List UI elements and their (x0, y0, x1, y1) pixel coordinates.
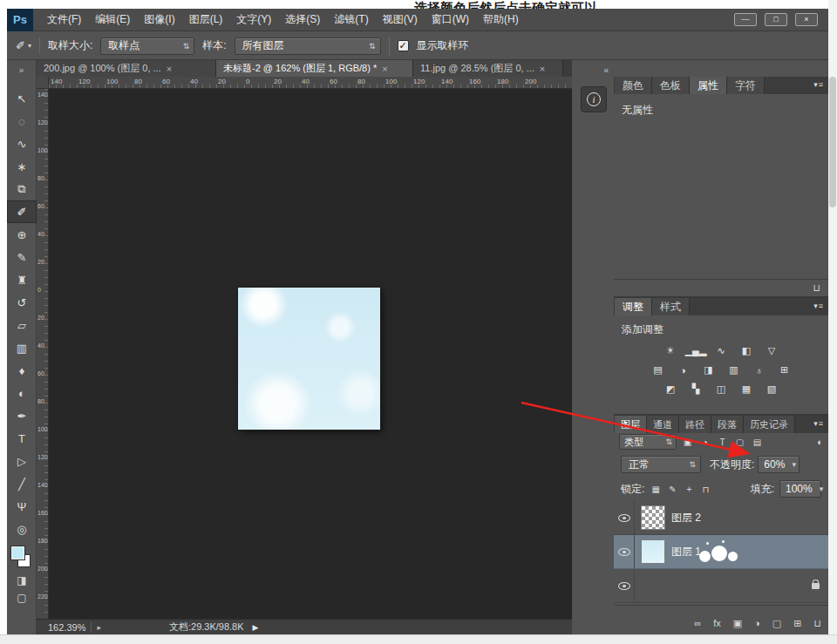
photo-filter-icon[interactable]: ▥ (724, 363, 745, 377)
zoom-level-field[interactable]: 162.39% (48, 622, 85, 633)
panel-menu-icon[interactable]: ▾≡ (813, 419, 824, 428)
scrollbar-thumb[interactable] (829, 77, 836, 207)
pen-tool[interactable]: ✒ (7, 404, 37, 427)
link-layers-icon[interactable]: ∞ (694, 618, 701, 629)
path-selection-tool[interactable]: ▷ (7, 450, 37, 472)
layer-row-background[interactable] (614, 569, 828, 603)
horizontal-ruler[interactable]: 1401201008060402002040608010012014016018… (49, 77, 572, 89)
tab-swatches[interactable]: 色板 (652, 77, 690, 94)
selective-color-icon[interactable]: ▧ (761, 382, 782, 397)
tab-channels[interactable]: 通道 (647, 416, 679, 433)
lock-pixels-icon[interactable]: ✎ (665, 483, 679, 496)
doc-tab-untitled2[interactable]: 未标题-2 @ 162% (图层 1, RGB/8) * × (216, 60, 413, 77)
menu-filter[interactable]: 滤镜(T) (327, 10, 375, 30)
close-button[interactable]: × (795, 13, 818, 26)
black-white-icon[interactable]: ◨ (698, 363, 719, 377)
posterize-icon[interactable]: ▚ (685, 382, 706, 397)
layer-thumbnail[interactable] (641, 539, 665, 564)
type-tool[interactable]: T (7, 427, 37, 450)
tool-preset-picker[interactable]: ✐ ▾ (14, 37, 40, 54)
exposure-icon[interactable]: ◧ (736, 343, 757, 358)
panel-menu-icon[interactable]: ▾≡ (813, 302, 824, 310)
new-layer-icon[interactable]: ⊞ (793, 618, 801, 629)
menu-edit[interactable]: 编辑(E) (88, 10, 137, 30)
blend-mode-select[interactable]: 正常 ⇅ (621, 456, 701, 473)
canvas-area[interactable] (49, 89, 572, 619)
levels-icon[interactable]: ▁▄▂ (685, 343, 706, 358)
gradient-map-icon[interactable]: ▦ (736, 382, 757, 397)
visibility-eye-icon[interactable] (618, 514, 630, 522)
layer-mask-icon[interactable]: ▣ (733, 618, 742, 629)
doc-tab-11jpg[interactable]: 11.jpg @ 28.5% (图层 0, ... × (413, 60, 563, 77)
visibility-eye-icon[interactable] (618, 582, 630, 590)
menu-select[interactable]: 选择(S) (278, 10, 327, 30)
doc-tab-200jpg[interactable]: 200.jpg @ 100% (图层 0, ... × (37, 60, 216, 77)
marquee-tool[interactable]: ◌ (7, 110, 37, 132)
menu-image[interactable]: 图像(I) (137, 10, 181, 30)
tab-history[interactable]: 历史记录 (744, 416, 795, 433)
smart-object-filter-icon[interactable]: ▤ (750, 435, 765, 449)
type-layer-filter-icon[interactable]: T (715, 435, 730, 449)
close-icon[interactable]: × (540, 64, 545, 74)
lock-transparency-icon[interactable]: ▦ (649, 483, 663, 496)
layer-filter-toggle-icon[interactable]: ◐ (817, 437, 823, 447)
layer-filter-kind-select[interactable]: 类型 ⇅ (619, 434, 677, 450)
close-icon[interactable]: × (167, 64, 172, 74)
vertical-ruler[interactable]: 1401201008060402002040608010012014016018… (37, 89, 49, 619)
menu-help[interactable]: 帮助(H) (476, 10, 526, 30)
lock-all-icon[interactable]: ⊓ (698, 483, 712, 496)
screen-mode-button[interactable]: ▢ (7, 589, 37, 607)
new-adjustment-layer-icon[interactable]: ◑ (754, 618, 760, 629)
gradient-tool[interactable]: ▥ (7, 336, 37, 359)
tab-layers[interactable]: 图层 (615, 416, 647, 433)
shape-layer-filter-icon[interactable]: ▢ (732, 435, 747, 449)
info-panel-button[interactable]: i (581, 86, 607, 112)
invert-icon[interactable]: ◩ (660, 382, 681, 397)
sample-select[interactable]: 所有图层 ⇅ (235, 37, 381, 55)
clone-stamp-tool[interactable]: ♜ (7, 268, 37, 291)
zoom-tool[interactable]: ◎ (7, 518, 37, 540)
color-lookup-icon[interactable]: ⊞ (774, 363, 795, 377)
menu-type[interactable]: 文字(Y) (229, 10, 278, 30)
pixel-layer-filter-icon[interactable]: ▣ (680, 435, 695, 449)
menu-window[interactable]: 窗口(W) (425, 10, 476, 30)
visibility-eye-icon[interactable] (618, 548, 630, 556)
blur-tool[interactable]: ♦ (7, 359, 37, 382)
color-swatches[interactable] (7, 544, 37, 572)
hand-tool[interactable]: Ψ (7, 495, 37, 518)
status-expand-icon[interactable]: ▸ (97, 623, 101, 632)
tab-character[interactable]: 字符 (727, 77, 765, 94)
toolbar-collapse-icon[interactable]: » (7, 65, 36, 75)
layer-row-2[interactable]: 图层 2 (614, 501, 828, 535)
tab-adjustments[interactable]: 调整 (615, 298, 652, 315)
new-group-icon[interactable]: ▢ (772, 618, 781, 629)
shape-tool[interactable]: ╱ (7, 472, 37, 495)
quick-selection-tool[interactable]: ∗ (7, 155, 37, 178)
vibrance-icon[interactable]: ▽ (761, 343, 782, 358)
tab-paragraph[interactable]: 段落 (711, 416, 744, 433)
tab-paths[interactable]: 路径 (679, 416, 711, 433)
crop-tool[interactable]: ⧉ (7, 178, 37, 200)
close-icon[interactable]: × (382, 64, 387, 74)
move-tool[interactable]: ↖ (7, 87, 37, 110)
healing-brush-tool[interactable]: ⊕ (7, 223, 37, 246)
menu-file[interactable]: 文件(F) (40, 10, 88, 30)
lock-position-icon[interactable]: + (682, 483, 696, 496)
delete-icon[interactable]: ⊔ (813, 282, 820, 294)
delete-layer-icon[interactable]: ⊔ (813, 618, 821, 629)
show-sample-ring-checkbox[interactable]: ✓ (398, 40, 409, 51)
eraser-tool[interactable]: ▱ (7, 314, 37, 336)
history-brush-tool[interactable]: ↺ (7, 291, 37, 314)
menu-layer[interactable]: 图层(L) (182, 10, 230, 30)
curves-icon[interactable]: ∿ (711, 343, 732, 358)
brush-tool[interactable]: ✎ (7, 246, 37, 268)
opacity-field[interactable]: 60% ▾ (758, 456, 800, 473)
layer-thumbnail[interactable] (641, 505, 665, 530)
lasso-tool[interactable]: ∿ (7, 132, 37, 155)
layer-style-icon[interactable]: fx (713, 618, 721, 629)
fill-field[interactable]: 100% ▾ (779, 480, 821, 498)
brightness-contrast-icon[interactable]: ☀ (660, 343, 681, 358)
eyedropper-tool[interactable]: ✐ (7, 200, 37, 223)
tab-styles[interactable]: 样式 (652, 298, 690, 315)
status-popup-icon[interactable]: ▶ (253, 623, 259, 632)
